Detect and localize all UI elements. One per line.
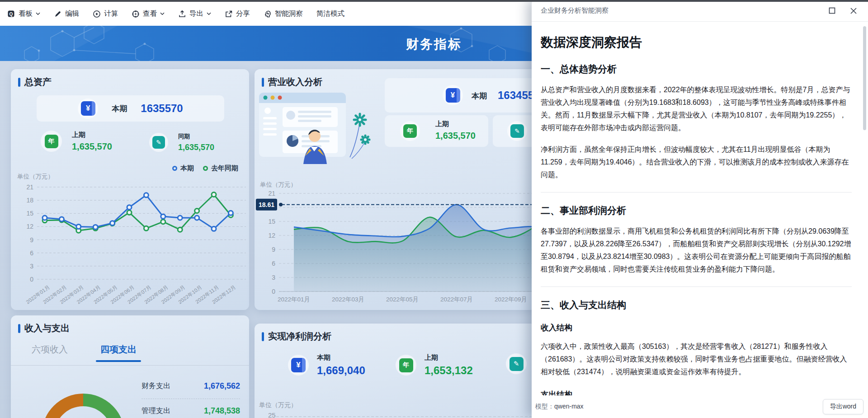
section-heading-2: 二、事业部利润分析 [541, 204, 852, 217]
content-line [298, 120, 321, 122]
stat-value: 1635570 [141, 102, 183, 115]
maximize-button[interactable] [829, 7, 835, 14]
max-marker-value: 18.61 [259, 201, 274, 208]
title-accent-bar [18, 78, 20, 87]
card-title: 营业收入分析 [268, 76, 322, 88]
model-info: 模型：qwen-max [535, 403, 584, 411]
stat-icon-bubble: 年 [400, 121, 420, 141]
section-paragraph: 净利润方面，虽然全年保持正向增长，但波动幅度较大，尤其在11月出现明显低谷（本期… [541, 143, 852, 181]
export-icon [178, 10, 186, 18]
toolbar-item-label: 智能洞察 [275, 9, 303, 19]
stat-value: 1,635,570 [178, 143, 214, 152]
subsection-heading: 支出结构 [541, 389, 852, 395]
x-tick-label: 2022年01月 [278, 296, 310, 303]
stat-previous: 年 上期 1,635,570 [41, 131, 112, 152]
stat-icon-bubble: 年 [41, 131, 62, 152]
tab-four-expenses[interactable]: 四项支出 [93, 343, 144, 362]
yen-book-icon: ¥ [446, 88, 460, 103]
traffic-dot [271, 96, 275, 100]
stat-text: 上期 1,653,132 [425, 353, 473, 377]
data-point [127, 205, 132, 210]
section-paragraph: 六项收入中，政策性收入最高（305163），其次是经营零售收入（281271）和… [541, 340, 852, 378]
year-book-icon: 年 [399, 358, 413, 372]
stat-previous: 年 上期 1,653,132 [396, 353, 473, 377]
card-title: 实现净利润分析 [268, 330, 331, 343]
toolbar-item-4[interactable]: 查看 [132, 9, 165, 19]
toolbar-item-7[interactable]: 智能洞察 [264, 9, 303, 19]
content-line [298, 111, 331, 113]
chevron-down-icon [160, 12, 165, 15]
year-book-icon: 年 [403, 124, 417, 138]
x-tick-label: 2022年09月 [495, 296, 527, 303]
y-tick-label: 12 [268, 232, 275, 239]
card-title-row: 总资产 [18, 76, 52, 88]
panel-title: 企业财务分析智能洞察 [541, 6, 609, 15]
data-point [93, 225, 98, 229]
axis-tick: 25 [268, 411, 276, 418]
subsection-heading: 收入结构 [541, 322, 852, 333]
content-avatar [286, 111, 295, 120]
toolbar-item-label: 分享 [236, 9, 250, 19]
edit-icon [54, 10, 62, 18]
card-title-row: 收入与支出 [18, 322, 70, 334]
flower-center [364, 138, 367, 141]
card-title-row: 营业收入分析 [262, 76, 322, 88]
toolbar-item-1[interactable]: Q看板 [7, 9, 40, 19]
data-point [161, 214, 165, 219]
stat-icon-bubble: ¥ [443, 85, 463, 105]
stat-icon-bubble: ¥ [288, 355, 309, 376]
maximize-icon [829, 7, 835, 14]
report-sections: 一、总体趋势分析从总资产和营业收入的月度数据来看，2022年的整体表现呈现波动性… [541, 63, 852, 395]
x-tick-label: 2022年03月 [332, 296, 364, 303]
section-heading-3: 三、收入与支出结构 [541, 299, 852, 311]
chevron-down-icon [36, 12, 40, 15]
toolbar-item-6[interactable]: 分享 [225, 9, 250, 19]
y-tick-label: 6 [30, 249, 33, 257]
analyst-illustration [258, 88, 379, 167]
data-point [178, 227, 182, 232]
donut-arc-right [83, 400, 118, 418]
svg-text:Q: Q [9, 11, 13, 16]
model-label: 模型： [535, 403, 554, 410]
view-icon [132, 10, 140, 18]
stat-value: 1,653,132 [425, 364, 473, 377]
y-tick-label: 21 [26, 183, 33, 191]
stat-text: 上期 1,635,570 [435, 120, 476, 141]
panel-scrollbar[interactable] [863, 26, 866, 130]
toolbar-item-8[interactable]: 简洁模式 [316, 9, 344, 19]
panel-footer: 模型：qwen-max 导出word [532, 395, 868, 418]
y-tick-label: 9 [272, 246, 275, 253]
stat-same-period-partial: ✎ [493, 115, 536, 147]
flower-stem [352, 141, 365, 159]
donut-legend: 财务支出 1,676,562 管理支出 1,748,538 [142, 381, 240, 416]
close-button[interactable] [850, 7, 857, 14]
legend-label: 财务支出 [142, 381, 170, 391]
y-tick-label: 0 [272, 288, 275, 295]
total-assets-line-chart: 单位（万元）2118151296302022年01月2022年02月2022年0… [13, 171, 249, 310]
toolbar-item-5[interactable]: 导出 [178, 9, 211, 19]
tab-six-incomes[interactable]: 六项收入 [24, 343, 75, 362]
card-net-profit: 实现净利润分析 ¥ 本期 1,669,040 年 上期 1,653,132 [255, 324, 536, 418]
y-tick-label: 6 [272, 260, 275, 267]
revenue-area-chart: 单位（万元）2118151296302022年01月2022年03月2022年0… [255, 178, 536, 310]
legend-row-management[interactable]: 管理支出 1,748,538 [142, 406, 240, 416]
y-tick-label: 12 [26, 223, 33, 230]
legend-separator [142, 399, 240, 399]
legend-row-finance[interactable]: 财务支出 1,676,562 [142, 381, 240, 391]
stat-value: 1,669,040 [317, 364, 365, 377]
sidebar-avatar [264, 108, 271, 114]
toolbar-item-3[interactable]: 计算 [93, 9, 118, 19]
card-total-assets: 总资产 ¥ 本期 1635570 年 上期 1,635,570 [11, 69, 249, 310]
insight-panel: 企业财务分析智能洞察 数据深度洞察报告 一、总体趋势分析从总资产和营业收入的月度… [532, 0, 868, 418]
export-word-button[interactable]: 导出word [823, 399, 863, 414]
toolbar-item-2[interactable]: 编辑 [54, 9, 79, 19]
stat-icon-bubble: ¥ [78, 99, 98, 119]
stat-previous: 年 上期 1,635,570 [385, 115, 488, 147]
stat-text: 上期 1,635,570 [72, 131, 112, 152]
content-line [298, 115, 331, 117]
app-root: Q看板编辑计算查看导出分享智能洞察简洁模式 财务指标 [0, 0, 868, 418]
section-divider [541, 286, 852, 287]
year-book-icon: 年 [45, 135, 58, 148]
stat-label: 本期 [317, 353, 365, 362]
y-tick-label: 18 [26, 197, 33, 204]
